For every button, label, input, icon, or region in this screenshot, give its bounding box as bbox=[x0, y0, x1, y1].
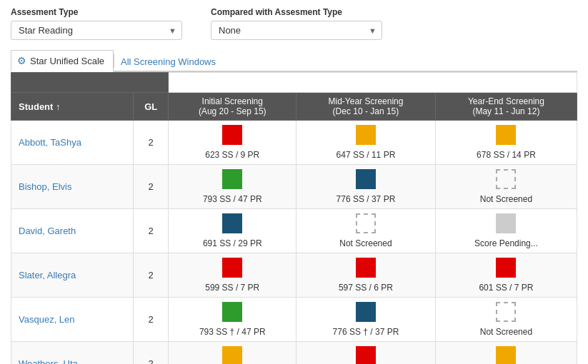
score-cell: 776 SS / 37 PR bbox=[297, 165, 436, 209]
score-cell: 597 SS / 6 PR bbox=[297, 253, 436, 298]
tab-all-screening[interactable]: All Screening Windows bbox=[114, 51, 225, 71]
table-row: Bishop, Elvis2793 SS / 47 PR776 SS / 37 … bbox=[11, 165, 577, 209]
score-color-box bbox=[496, 258, 516, 278]
assessment-type-select[interactable]: Star Reading Star Math Star Early Litera… bbox=[11, 21, 182, 40]
score-cell: Not Screened bbox=[435, 298, 577, 342]
not-screened-box bbox=[496, 169, 516, 189]
student-name-link[interactable]: Abbott, TaShya bbox=[19, 137, 81, 148]
assessment-selectors: Assesment Type Star Reading Star Math St… bbox=[11, 7, 577, 40]
score-cell: Score Pending... bbox=[435, 209, 577, 253]
score-text: 793 SS † / 47 PR bbox=[174, 327, 290, 337]
score-cell: 647 SS / 11 PR bbox=[297, 121, 436, 165]
midyear-screening-header: Mid-Year Screening (Dec 10 - Jan 15) bbox=[297, 93, 436, 121]
score-cell: 633 SS / 14 PR bbox=[169, 342, 297, 365]
score-cell: 678 SS / 14 PR bbox=[435, 121, 577, 165]
compared-select-wrapper: None Star Math Star Early Literacy ▼ bbox=[211, 21, 382, 40]
score-color-box bbox=[496, 346, 516, 364]
tab-all-screening-label: All Screening Windows bbox=[121, 56, 216, 67]
score-text: 793 SS / 47 PR bbox=[174, 194, 290, 204]
score-color-box bbox=[356, 346, 376, 364]
score-color-box bbox=[222, 213, 242, 233]
score-pending-box bbox=[496, 213, 516, 233]
grade-level-cell: 2 bbox=[133, 253, 169, 298]
not-screened-box bbox=[356, 213, 376, 233]
score-color-box bbox=[222, 302, 242, 322]
score-cell: 776 SS † / 37 PR bbox=[297, 298, 436, 342]
score-text: 597 SS / 6 PR bbox=[302, 283, 429, 293]
score-cell: 604 SS / 9 PR bbox=[297, 342, 436, 365]
tab-star-unified[interactable]: ⚙ Star Unified Scale bbox=[11, 50, 114, 72]
score-color-box bbox=[222, 346, 242, 364]
tabs-bar: ⚙ Star Unified Scale All Screening Windo… bbox=[11, 50, 577, 72]
score-cell: 793 SS / 47 PR bbox=[169, 165, 297, 209]
grade-level-cell: 2 bbox=[133, 298, 169, 342]
score-color-box bbox=[222, 258, 242, 278]
score-text: 599 SS / 7 PR bbox=[174, 283, 290, 293]
score-text: 776 SS † / 37 PR bbox=[302, 327, 429, 337]
compared-type-label: Compared with Assesment Type bbox=[211, 7, 382, 17]
grade-level-cell: 2 bbox=[133, 121, 169, 165]
score-color-box bbox=[496, 125, 516, 145]
score-cell: 623 SS / 9 PR bbox=[169, 121, 297, 165]
student-name-link[interactable]: Slater, Allegra bbox=[19, 270, 76, 280]
table-row: Weathers, Uta2633 SS / 14 PR604 SS / 9 P… bbox=[11, 342, 577, 365]
grade-level-cell: 2 bbox=[133, 342, 169, 365]
table-row: Slater, Allegra2599 SS / 7 PR597 SS / 6 … bbox=[11, 253, 577, 298]
data-table: Star Reading Student ↑ GL Initial Screen… bbox=[11, 72, 577, 364]
score-color-box bbox=[356, 125, 376, 145]
score-text: 678 SS / 14 PR bbox=[442, 150, 571, 160]
grade-level-cell: 2 bbox=[133, 165, 169, 209]
yearend-screening-header: Year-End Screening (May 11 - Jun 12) bbox=[435, 93, 577, 121]
score-cell: Not Screened bbox=[435, 165, 577, 209]
score-text: 647 SS / 11 PR bbox=[302, 150, 429, 160]
not-screened-label: Not Screened bbox=[442, 327, 571, 337]
grade-level-cell: 2 bbox=[133, 209, 169, 253]
not-screened-label: Not Screened bbox=[442, 194, 571, 204]
table-row: Vasquez, Len2793 SS † / 47 PR776 SS † / … bbox=[11, 298, 577, 342]
table-row: David, Gareth2691 SS / 29 PRNot Screened… bbox=[11, 209, 577, 253]
assessment-select-wrapper: Star Reading Star Math Star Early Litera… bbox=[11, 21, 182, 40]
score-color-box bbox=[222, 125, 242, 145]
student-name-link[interactable]: David, Gareth bbox=[19, 226, 76, 236]
score-cell: 601 SS / 7 PR bbox=[435, 253, 577, 298]
not-screened-label: Not Screened bbox=[302, 238, 429, 248]
score-color-box bbox=[356, 169, 376, 189]
assessment-type-group: Assesment Type Star Reading Star Math St… bbox=[11, 7, 182, 40]
student-name-link[interactable]: Vasquez, Len bbox=[19, 314, 75, 325]
score-text: 623 SS / 9 PR bbox=[174, 150, 290, 160]
score-color-box bbox=[356, 302, 376, 322]
score-cell: 793 SS † / 47 PR bbox=[169, 298, 297, 342]
gear-icon: ⚙ bbox=[17, 55, 26, 66]
score-cell: 599 SS / 7 PR bbox=[169, 253, 297, 298]
initial-screening-header: Initial Screening (Aug 20 - Sep 15) bbox=[169, 93, 297, 121]
assessment-type-label: Assesment Type bbox=[11, 7, 182, 17]
not-screened-box bbox=[496, 302, 516, 322]
compared-type-group: Compared with Assesment Type None Star M… bbox=[211, 7, 382, 40]
score-pending-label: Score Pending... bbox=[442, 238, 571, 248]
gl-column-header: GL bbox=[133, 93, 169, 121]
student-name-link[interactable]: Weathers, Uta bbox=[19, 358, 78, 364]
student-column-header[interactable]: Student ↑ bbox=[11, 93, 134, 121]
score-color-box bbox=[356, 258, 376, 278]
tab-star-unified-label: Star Unified Scale bbox=[30, 56, 104, 66]
score-color-box bbox=[222, 169, 242, 189]
student-name-link[interactable]: Bishop, Elvis bbox=[19, 181, 71, 192]
compared-type-select[interactable]: None Star Math Star Early Literacy bbox=[211, 21, 382, 40]
table-group-header: Star Reading bbox=[169, 73, 577, 93]
score-text: 776 SS / 37 PR bbox=[302, 194, 429, 204]
score-cell: Not Screened bbox=[297, 209, 436, 253]
score-cell: 691 SS / 29 PR bbox=[169, 209, 297, 253]
score-text: 691 SS / 29 PR bbox=[174, 238, 290, 248]
score-text: 601 SS / 7 PR bbox=[442, 283, 571, 293]
score-cell: 634 SS / 12 PR bbox=[435, 342, 577, 365]
table-row: Abbott, TaShya2623 SS / 9 PR647 SS / 11 … bbox=[11, 121, 577, 165]
